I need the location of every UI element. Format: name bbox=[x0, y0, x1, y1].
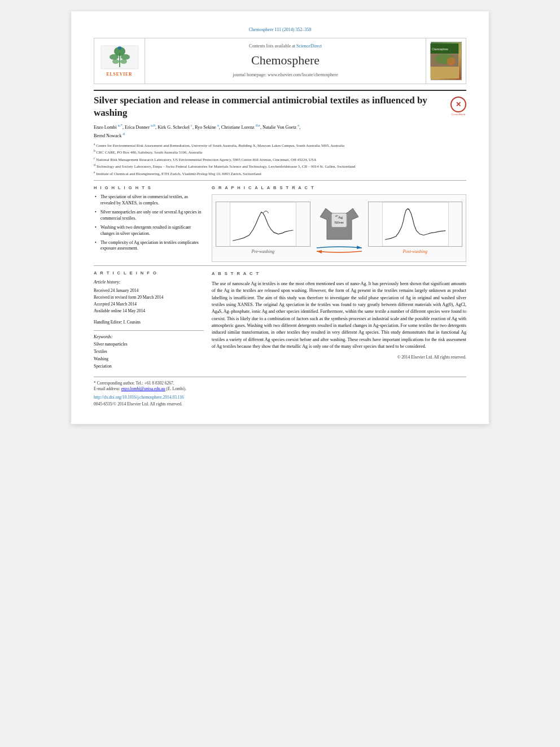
svg-rect-15 bbox=[230, 202, 296, 246]
journal-header: ELSEVIER Contents lists available at Sci… bbox=[94, 38, 466, 84]
post-washing-panel: Post-washing bbox=[368, 202, 463, 255]
affiliation-c: c National Risk Management Research Labo… bbox=[94, 156, 466, 163]
journal-cover-area: Chemosphere bbox=[426, 38, 466, 84]
available-online-date: Available online 14 May 2014 bbox=[94, 308, 204, 314]
affiliation-d: d Technology and Society Laboratory, Emp… bbox=[94, 163, 466, 169]
abstract-column: A B S T R A C T The use of nanoscale Ag … bbox=[212, 270, 466, 370]
doi-link[interactable]: http://dx.doi.org/10.1016/j.chemosphere.… bbox=[94, 395, 466, 400]
highlights-list: The speciation of silver in commercial t… bbox=[94, 194, 204, 252]
keyword-2: Textiles bbox=[94, 348, 204, 356]
washing-arrow-icon bbox=[314, 245, 365, 254]
keywords-block: Keywords: Silver nanoparticles Textiles … bbox=[94, 334, 204, 370]
article-title: Silver speciation and release in commerc… bbox=[94, 94, 450, 119]
journal-title: Chemosphere bbox=[251, 52, 320, 69]
elsevier-logo-icon bbox=[100, 45, 139, 70]
svg-point-5 bbox=[112, 59, 119, 64]
svg-text:Chemosphere: Chemosphere bbox=[432, 48, 448, 51]
crossmark-label: CrossMark bbox=[450, 113, 466, 117]
accepted-date: Accepted 24 March 2014 bbox=[94, 301, 204, 308]
cover-thumbnail-icon: Chemosphere bbox=[429, 43, 460, 78]
elsevier-text-label: ELSEVIER bbox=[107, 72, 133, 77]
section-divider-1 bbox=[94, 180, 466, 181]
post-washing-label: Post-washing bbox=[403, 249, 427, 255]
journal-name-area: Contents lists available at ScienceDirec… bbox=[145, 38, 426, 84]
science-direct-link: Contents lists available at ScienceDirec… bbox=[249, 43, 322, 50]
corresponding-author-note: * Corresponding author. Tel.: +61 8 8302… bbox=[94, 381, 466, 392]
journal-cover-image: Chemosphere bbox=[431, 42, 462, 80]
keywords-list: Silver nanoparticles Textiles Washing Sp… bbox=[94, 341, 204, 370]
graphical-abstract-figure: Pre-washing 47Ag Silv bbox=[212, 194, 466, 262]
crossmark-icon: ✕ bbox=[450, 97, 466, 112]
keyword-4: Speciation bbox=[94, 363, 204, 370]
crossmark-badge: ✕ CrossMark bbox=[450, 97, 466, 112]
highlights-column: H I G H L I G H T S The speciation of si… bbox=[94, 185, 204, 262]
svg-rect-13 bbox=[430, 67, 458, 78]
author-email-link[interactable]: enzo.lombi@unisa.edu.au bbox=[121, 386, 165, 391]
keyword-1: Silver nanoparticles bbox=[94, 341, 204, 348]
affiliation-a: a Centre for Environmental Risk Assessme… bbox=[94, 142, 466, 148]
keyword-3: Washing bbox=[94, 356, 204, 363]
highlight-item-2: Silver nanoparticles are only one of sev… bbox=[95, 209, 204, 222]
highlight-item-3: Washing with two detergents resulted in … bbox=[95, 225, 204, 237]
article-info-label: A R T I C L E I N F O bbox=[94, 270, 204, 276]
abstract-label: A B S T R A C T bbox=[212, 270, 466, 277]
svg-point-3 bbox=[110, 54, 119, 60]
page-footer: * Corresponding author. Tel.: +61 8 8302… bbox=[94, 377, 466, 407]
highlights-and-abstract-row: H I G H L I G H T S The speciation of si… bbox=[94, 185, 466, 262]
svg-point-7 bbox=[118, 46, 121, 50]
authors-line: Enzo Lombi a,*, Erica Donner a,b, Kirk G… bbox=[94, 123, 466, 139]
abstract-section: A B S T R A C T The use of nanoscale Ag … bbox=[212, 270, 466, 360]
keywords-divider bbox=[94, 330, 204, 331]
graphical-abstract-column: G R A P H I C A L A B S T R A C T Pre-wa… bbox=[212, 185, 466, 262]
journal-reference: Chemosphere 111 (2014) 352–358 bbox=[94, 27, 466, 33]
post-washing-chart-icon bbox=[368, 202, 463, 247]
svg-point-6 bbox=[120, 59, 127, 64]
abstract-text: The use of nanoscale Ag in textiles is o… bbox=[212, 281, 466, 351]
article-history-block: Article history: Received 24 January 201… bbox=[94, 279, 204, 314]
handling-editor-block: Handling Editor: I. Cousins bbox=[94, 319, 204, 326]
academic-paper-page: Chemosphere 111 (2014) 352–358 ELSEVIER … bbox=[71, 11, 489, 424]
received-revised-date: Received in revised form 20 March 2014 bbox=[94, 294, 204, 301]
svg-point-14 bbox=[447, 57, 455, 65]
highlight-item-4: The complexity of Ag speciation in texti… bbox=[95, 240, 204, 252]
affiliation-e: e Institute of Chemical and Bioengineeri… bbox=[94, 170, 466, 177]
pre-washing-chart-icon bbox=[216, 202, 310, 247]
article-title-section: Silver speciation and release in commerc… bbox=[94, 94, 466, 119]
crossmark-x-icon: ✕ bbox=[456, 100, 461, 109]
copyright-notice: © 2014 Elsevier Ltd. All rights reserved… bbox=[212, 354, 466, 361]
graphical-abstract-label: G R A P H I C A L A B S T R A C T bbox=[212, 185, 466, 191]
svg-rect-18 bbox=[382, 202, 448, 246]
header-divider bbox=[94, 90, 466, 91]
section-divider-2 bbox=[94, 265, 466, 266]
article-info-abstract-row: A R T I C L E I N F O Article history: R… bbox=[94, 270, 466, 370]
highlights-label: H I G H L I G H T S bbox=[94, 185, 204, 191]
received-date: Received 24 January 2014 bbox=[94, 287, 204, 294]
highlight-item-1: The speciation of silver in commercial t… bbox=[95, 194, 204, 207]
pre-washing-label: Pre-washing bbox=[251, 249, 274, 255]
ag-silver-badge: 47Ag Silver bbox=[331, 213, 347, 228]
article-info-column: A R T I C L E I N F O Article history: R… bbox=[94, 270, 204, 370]
tshirt-container: 47Ag Silver bbox=[320, 203, 358, 243]
keywords-label: Keywords: bbox=[94, 334, 204, 340]
pre-washing-panel: Pre-washing bbox=[216, 202, 310, 255]
publisher-logo-area: ELSEVIER bbox=[94, 38, 145, 84]
svg-point-4 bbox=[121, 54, 130, 60]
handling-editor: Handling Editor: I. Cousins bbox=[94, 319, 204, 326]
science-direct-url[interactable]: ScienceDirect bbox=[296, 43, 322, 49]
issn-notice: 0045-6535/© 2014 Elsevier Ltd. All right… bbox=[94, 401, 466, 407]
article-history-title: Article history: bbox=[94, 279, 204, 286]
tshirt-center-panel: 47Ag Silver bbox=[314, 203, 365, 254]
journal-url: journal homepage: www.elsevier.com/locat… bbox=[233, 72, 338, 78]
affiliation-b: b CRC CARE, PO Box 486, Salisbury, South… bbox=[94, 148, 466, 155]
affiliations-block: a Centre for Environmental Risk Assessme… bbox=[94, 142, 466, 177]
